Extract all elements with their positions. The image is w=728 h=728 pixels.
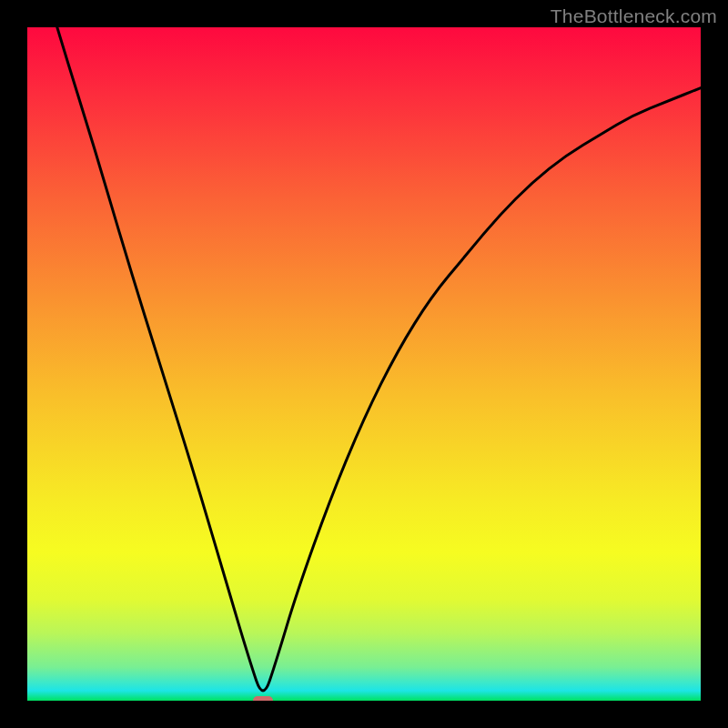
optimal-marker xyxy=(253,696,273,701)
watermark-text: TheBottleneck.com xyxy=(551,5,717,27)
chart-frame: TheBottleneck.com xyxy=(0,0,728,728)
plot-area xyxy=(27,27,701,701)
bottleneck-curve xyxy=(27,27,701,701)
